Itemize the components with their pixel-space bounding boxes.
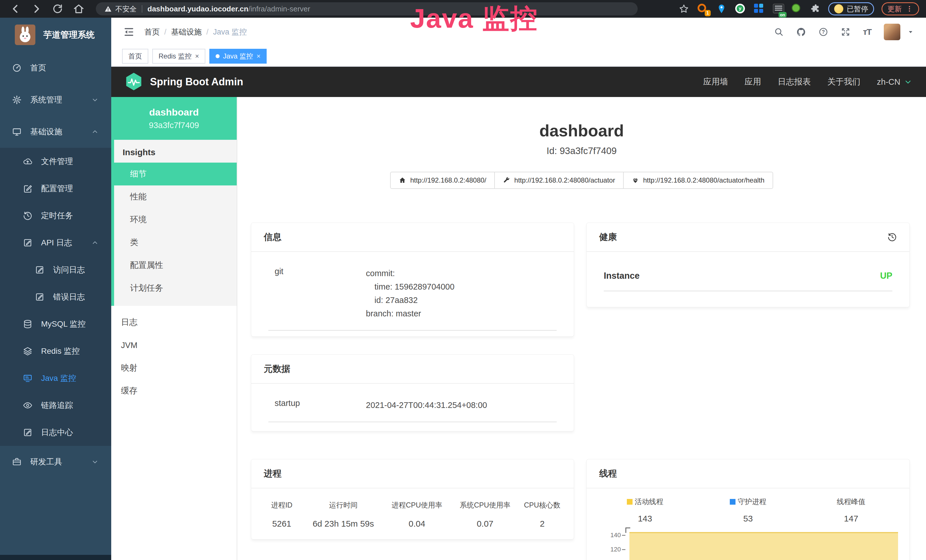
sidebar-item-API 日志[interactable]: API 日志 xyxy=(0,229,111,256)
instance-url-button[interactable]: http://192.168.0.2:48080/ xyxy=(390,172,495,189)
kebab-menu-icon xyxy=(906,5,913,12)
extension-icon-3[interactable] xyxy=(754,4,764,14)
sidebar-item-文件管理[interactable]: 文件管理 xyxy=(0,148,111,175)
app-logo-row[interactable]: 芋道管理系统 xyxy=(0,18,111,52)
chevron-up-icon xyxy=(91,239,99,247)
breadcrumb: 首页/基础设施/Java 监控 xyxy=(144,27,247,37)
sidebar-item-label: 基础设施 xyxy=(30,126,62,137)
sidebar-item-label: 研发工具 xyxy=(30,456,62,467)
avatar-caret-down-icon[interactable] xyxy=(907,29,914,35)
threads-legend-label: 线程峰值 xyxy=(800,497,903,506)
browser-back-icon[interactable] xyxy=(10,3,21,15)
collapse-sidebar-icon[interactable] xyxy=(123,26,135,38)
sidebar-item-Redis 监控[interactable]: Redis 监控 xyxy=(0,338,111,365)
process-column-header: 系统CPU使用率 xyxy=(452,500,518,510)
svg-text:?: ? xyxy=(822,29,825,35)
fullscreen-icon[interactable] xyxy=(841,27,850,37)
health-history-icon[interactable] xyxy=(887,232,897,242)
legend-swatch-icon xyxy=(627,499,632,505)
process-column-header: CPU核心数 xyxy=(518,500,566,510)
app-title: 芋道管理系统 xyxy=(43,29,95,41)
threads-legend-value: 143 xyxy=(593,514,696,524)
sidebar-item-访问日志[interactable]: 访问日志 xyxy=(0,256,111,283)
help-icon[interactable]: ? xyxy=(819,27,828,37)
breadcrumb-item[interactable]: 首页 xyxy=(144,27,160,37)
sba-sidebar-item-JVM[interactable]: JVM xyxy=(111,334,237,357)
sba-nav-关于我们[interactable]: 关于我们 xyxy=(827,76,860,88)
sba-sidebar-item-类[interactable]: 类 xyxy=(114,231,237,254)
sba-sidebar-item-细节[interactable]: 细节 xyxy=(111,163,237,185)
sba-nav-应用[interactable]: 应用 xyxy=(744,76,761,88)
process-column-value: 2 xyxy=(518,519,566,529)
threads-legend-label: 活动线程 xyxy=(593,497,696,506)
search-icon[interactable] xyxy=(774,27,784,37)
extension-icon-4[interactable]: on xyxy=(773,4,783,14)
user-avatar[interactable] xyxy=(884,24,900,40)
sba-sidebar-item-性能[interactable]: 性能 xyxy=(114,185,237,208)
sidebar-item-MySQL 监控[interactable]: MySQL 监控 xyxy=(0,310,111,338)
sidebar-item-首页[interactable]: 首页 xyxy=(0,52,111,84)
process-column-运行时间: 运行时间6d 23h 15m 59s xyxy=(305,500,382,529)
sidebar-item-定时任务[interactable]: 定时任务 xyxy=(0,202,111,229)
info-value-line: time: 1596289704000 xyxy=(366,280,455,294)
sidebar-item-配置管理[interactable]: 配置管理 xyxy=(0,175,111,202)
browser-update-menu-button[interactable]: 更新 xyxy=(882,2,919,15)
database-icon xyxy=(23,319,33,329)
tab-首页[interactable]: 首页 xyxy=(122,49,148,64)
browser-forward-icon[interactable] xyxy=(31,3,42,15)
sba-sidebar-item-环境[interactable]: 环境 xyxy=(114,208,237,231)
profile-label: 已暂停 xyxy=(847,4,868,14)
health-instance-row[interactable]: Instance UP xyxy=(604,271,892,281)
sba-sidebar-item-计划任务[interactable]: 计划任务 xyxy=(114,277,237,300)
sba-sidebar-item-映射[interactable]: 映射 xyxy=(111,357,237,380)
sba-nav-日志报表[interactable]: 日志报表 xyxy=(778,76,811,88)
sba-nav-应用墙[interactable]: 应用墙 xyxy=(703,76,728,88)
threads-legend-value: 147 xyxy=(800,514,903,524)
sidebar-item-研发工具[interactable]: 研发工具 xyxy=(0,446,111,478)
browser-reload-icon[interactable] xyxy=(52,3,63,15)
tab-Java 监控[interactable]: Java 监控× xyxy=(209,49,267,64)
active-tab-dot-icon xyxy=(216,54,219,58)
instance-url-buttons: http://192.168.0.2:48080/http://192.168.… xyxy=(237,172,926,189)
not-secure-warning-icon xyxy=(104,5,112,12)
sba-sidebar-item-缓存[interactable]: 缓存 xyxy=(111,380,237,402)
tab-Redis 监控[interactable]: Redis 监控× xyxy=(152,49,205,64)
bookmark-star-icon[interactable] xyxy=(679,4,689,14)
sidebar-item-Java 监控[interactable]: Java 监控 xyxy=(0,365,111,392)
locale-selector[interactable]: zh-CN xyxy=(877,77,912,87)
sidebar-item-错误日志[interactable]: 错误日志 xyxy=(0,283,111,310)
tab-close-icon[interactable]: × xyxy=(195,53,199,60)
pin-extension-icon[interactable] xyxy=(716,4,727,14)
url-path: /infra/admin-server xyxy=(248,5,310,14)
threads-legend: 活动线程143守护进程53线程峰值147 xyxy=(593,497,903,524)
tab-close-icon[interactable]: × xyxy=(256,53,260,60)
insights-group-label[interactable]: Insights xyxy=(114,142,237,163)
profile-avatar-icon xyxy=(834,4,843,14)
edit-square-icon xyxy=(23,184,33,194)
extension-icon-2[interactable]: y xyxy=(735,4,746,14)
sidebar-item-基础设施[interactable]: 基础设施 xyxy=(0,116,111,148)
sidebar-item-日志中心[interactable]: 日志中心 xyxy=(0,419,111,446)
process-column-进程CPU使用率: 进程CPU使用率0.04 xyxy=(382,500,452,529)
sidebar-item-系统管理[interactable]: 系统管理 xyxy=(0,84,111,116)
extensions-puzzle-icon[interactable] xyxy=(811,4,821,14)
breadcrumb-separator: / xyxy=(164,28,166,36)
browser-actions: 1 y on 已暂停 更新 xyxy=(670,2,926,15)
extension-icon-5[interactable] xyxy=(792,4,802,14)
instance-header[interactable]: dashboard 93a3fc7f7409 xyxy=(111,97,237,140)
instance-url-button[interactable]: http://192.168.0.2:48080/actuator xyxy=(494,172,624,189)
font-size-icon[interactable]: тT xyxy=(863,27,871,37)
sba-sidebar-item-配置属性[interactable]: 配置属性 xyxy=(114,254,237,277)
extension-icon-1[interactable]: 1 xyxy=(698,4,708,14)
sidebar-item-链路追踪[interactable]: 链路追踪 xyxy=(0,392,111,419)
chevron-up-icon xyxy=(91,128,99,136)
browser-profile-button[interactable]: 已暂停 xyxy=(828,2,874,15)
sba-brand-title[interactable]: Spring Boot Admin xyxy=(150,76,243,88)
gauge-icon xyxy=(12,63,22,73)
instance-url-button[interactable]: http://192.168.0.2:48080/actuator/health xyxy=(623,172,773,189)
sba-sidebar-item-日志[interactable]: 日志 xyxy=(111,311,237,334)
address-bar[interactable]: 不安全 dashboard.yudao.iocoder.cn /infra/ad… xyxy=(96,2,638,15)
browser-home-icon[interactable] xyxy=(73,3,85,15)
github-icon[interactable] xyxy=(796,27,806,37)
breadcrumb-item[interactable]: 基础设施 xyxy=(171,27,202,37)
